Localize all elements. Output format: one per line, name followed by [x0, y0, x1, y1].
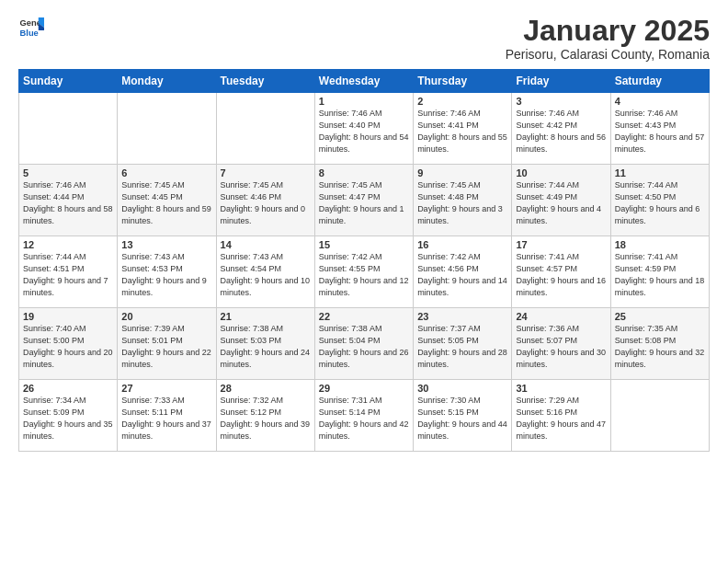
- cell-info: Sunrise: 7:44 AMSunset: 4:51 PMDaylight:…: [23, 252, 108, 297]
- title-block: January 2025 Perisoru, Calarasi County, …: [506, 15, 710, 62]
- cell-info: Sunrise: 7:38 AMSunset: 5:04 PMDaylight:…: [319, 324, 409, 369]
- day-number: 5: [23, 167, 113, 178]
- calendar-cell: 19 Sunrise: 7:40 AMSunset: 5:00 PMDaylig…: [19, 308, 118, 380]
- day-number: 31: [516, 383, 606, 394]
- calendar-cell: 31 Sunrise: 7:29 AMSunset: 5:16 PMDaylig…: [512, 380, 610, 452]
- cell-info: Sunrise: 7:33 AMSunset: 5:11 PMDaylight:…: [121, 396, 211, 441]
- cell-info: Sunrise: 7:46 AMSunset: 4:44 PMDaylight:…: [23, 180, 113, 225]
- col-monday: Monday: [118, 70, 216, 93]
- day-number: 10: [516, 167, 606, 178]
- calendar-cell: 15 Sunrise: 7:42 AMSunset: 4:55 PMDaylig…: [314, 236, 413, 308]
- calendar-cell: [118, 93, 216, 165]
- calendar-week-2: 5 Sunrise: 7:46 AMSunset: 4:44 PMDayligh…: [19, 165, 710, 236]
- day-number: 17: [516, 239, 606, 250]
- calendar-cell: 25 Sunrise: 7:35 AMSunset: 5:08 PMDaylig…: [610, 308, 709, 380]
- calendar-cell: 17 Sunrise: 7:41 AMSunset: 4:57 PMDaylig…: [512, 236, 610, 308]
- day-number: 15: [319, 239, 409, 250]
- cell-info: Sunrise: 7:42 AMSunset: 4:56 PMDaylight:…: [417, 252, 507, 297]
- day-number: 26: [23, 383, 113, 394]
- day-number: 14: [221, 239, 311, 250]
- header: General Blue January 2025 Perisoru, Cala…: [18, 15, 710, 62]
- day-number: 8: [319, 167, 409, 178]
- day-number: 12: [23, 239, 113, 250]
- day-number: 2: [417, 96, 507, 107]
- cell-info: Sunrise: 7:45 AMSunset: 4:45 PMDaylight:…: [121, 180, 211, 225]
- cell-info: Sunrise: 7:41 AMSunset: 4:57 PMDaylight:…: [516, 252, 606, 297]
- calendar-cell: 24 Sunrise: 7:36 AMSunset: 5:07 PMDaylig…: [512, 308, 610, 380]
- cell-info: Sunrise: 7:38 AMSunset: 5:03 PMDaylight:…: [221, 324, 311, 369]
- calendar-cell: 27 Sunrise: 7:33 AMSunset: 5:11 PMDaylig…: [118, 380, 216, 452]
- cell-info: Sunrise: 7:34 AMSunset: 5:09 PMDaylight:…: [23, 396, 113, 441]
- calendar-cell: 12 Sunrise: 7:44 AMSunset: 4:51 PMDaylig…: [19, 236, 118, 308]
- day-number: 25: [615, 311, 705, 322]
- calendar-cell: 3 Sunrise: 7:46 AMSunset: 4:42 PMDayligh…: [512, 93, 610, 165]
- cell-info: Sunrise: 7:30 AMSunset: 5:15 PMDaylight:…: [417, 396, 507, 441]
- day-number: 18: [615, 239, 705, 250]
- col-friday: Friday: [512, 70, 610, 93]
- page-container: General Blue January 2025 Perisoru, Cala…: [0, 0, 728, 461]
- cell-info: Sunrise: 7:39 AMSunset: 5:01 PMDaylight:…: [121, 324, 211, 369]
- day-number: 23: [417, 311, 507, 322]
- calendar-week-4: 19 Sunrise: 7:40 AMSunset: 5:00 PMDaylig…: [19, 308, 710, 380]
- day-number: 29: [319, 383, 409, 394]
- day-number: 9: [417, 167, 507, 178]
- calendar-week-5: 26 Sunrise: 7:34 AMSunset: 5:09 PMDaylig…: [19, 380, 710, 452]
- calendar-cell: 14 Sunrise: 7:43 AMSunset: 4:54 PMDaylig…: [216, 236, 314, 308]
- calendar-cell: 18 Sunrise: 7:41 AMSunset: 4:59 PMDaylig…: [610, 236, 709, 308]
- col-sunday: Sunday: [19, 70, 118, 93]
- calendar-cell: 23 Sunrise: 7:37 AMSunset: 5:05 PMDaylig…: [414, 308, 512, 380]
- calendar-cell: 11 Sunrise: 7:44 AMSunset: 4:50 PMDaylig…: [610, 165, 709, 236]
- calendar-cell: 8 Sunrise: 7:45 AMSunset: 4:47 PMDayligh…: [314, 165, 413, 236]
- calendar-cell: 6 Sunrise: 7:45 AMSunset: 4:45 PMDayligh…: [118, 165, 216, 236]
- calendar-cell: 21 Sunrise: 7:38 AMSunset: 5:03 PMDaylig…: [216, 308, 314, 380]
- day-number: 4: [615, 96, 705, 107]
- cell-info: Sunrise: 7:41 AMSunset: 4:59 PMDaylight:…: [615, 252, 705, 297]
- cell-info: Sunrise: 7:37 AMSunset: 5:05 PMDaylight:…: [417, 324, 507, 369]
- calendar-subtitle: Perisoru, Calarasi County, Romania: [506, 47, 710, 62]
- day-number: 3: [516, 96, 606, 107]
- calendar-cell: 5 Sunrise: 7:46 AMSunset: 4:44 PMDayligh…: [19, 165, 118, 236]
- calendar-cell: [610, 380, 709, 452]
- day-number: 16: [417, 239, 507, 250]
- calendar-cell: 26 Sunrise: 7:34 AMSunset: 5:09 PMDaylig…: [19, 380, 118, 452]
- logo-icon: General Blue: [18, 15, 44, 40]
- calendar-week-3: 12 Sunrise: 7:44 AMSunset: 4:51 PMDaylig…: [19, 236, 710, 308]
- calendar-title: January 2025: [506, 15, 710, 47]
- calendar-cell: 9 Sunrise: 7:45 AMSunset: 4:48 PMDayligh…: [414, 165, 512, 236]
- calendar-cell: 7 Sunrise: 7:45 AMSunset: 4:46 PMDayligh…: [216, 165, 314, 236]
- cell-info: Sunrise: 7:46 AMSunset: 4:43 PMDaylight:…: [615, 109, 705, 154]
- logo: General Blue: [18, 15, 44, 40]
- cell-info: Sunrise: 7:42 AMSunset: 4:55 PMDaylight:…: [319, 252, 409, 297]
- day-number: 28: [221, 383, 311, 394]
- cell-info: Sunrise: 7:43 AMSunset: 4:54 PMDaylight:…: [221, 252, 311, 297]
- day-number: 13: [121, 239, 211, 250]
- cell-info: Sunrise: 7:32 AMSunset: 5:12 PMDaylight:…: [221, 396, 311, 441]
- cell-info: Sunrise: 7:36 AMSunset: 5:07 PMDaylight:…: [516, 324, 606, 369]
- cell-info: Sunrise: 7:35 AMSunset: 5:08 PMDaylight:…: [615, 324, 705, 369]
- calendar-cell: 16 Sunrise: 7:42 AMSunset: 4:56 PMDaylig…: [414, 236, 512, 308]
- cell-info: Sunrise: 7:46 AMSunset: 4:41 PMDaylight:…: [417, 109, 507, 154]
- day-number: 20: [121, 311, 211, 322]
- calendar-cell: 4 Sunrise: 7:46 AMSunset: 4:43 PMDayligh…: [610, 93, 709, 165]
- cell-info: Sunrise: 7:43 AMSunset: 4:53 PMDaylight:…: [121, 252, 207, 297]
- header-row: Sunday Monday Tuesday Wednesday Thursday…: [19, 70, 710, 93]
- calendar-cell: 2 Sunrise: 7:46 AMSunset: 4:41 PMDayligh…: [414, 93, 512, 165]
- calendar-table: Sunday Monday Tuesday Wednesday Thursday…: [18, 69, 710, 452]
- calendar-cell: 10 Sunrise: 7:44 AMSunset: 4:49 PMDaylig…: [512, 165, 610, 236]
- col-saturday: Saturday: [610, 70, 709, 93]
- cell-info: Sunrise: 7:44 AMSunset: 4:49 PMDaylight:…: [516, 180, 601, 225]
- day-number: 19: [23, 311, 113, 322]
- calendar-cell: 13 Sunrise: 7:43 AMSunset: 4:53 PMDaylig…: [118, 236, 216, 308]
- calendar-cell: [216, 93, 314, 165]
- calendar-cell: 29 Sunrise: 7:31 AMSunset: 5:14 PMDaylig…: [314, 380, 413, 452]
- calendar-cell: [19, 93, 118, 165]
- cell-info: Sunrise: 7:44 AMSunset: 4:50 PMDaylight:…: [615, 180, 700, 225]
- day-number: 21: [221, 311, 311, 322]
- day-number: 1: [319, 96, 409, 107]
- cell-info: Sunrise: 7:31 AMSunset: 5:14 PMDaylight:…: [319, 396, 409, 441]
- day-number: 7: [221, 167, 311, 178]
- svg-text:Blue: Blue: [20, 29, 39, 38]
- cell-info: Sunrise: 7:29 AMSunset: 5:16 PMDaylight:…: [516, 396, 606, 441]
- day-number: 11: [615, 167, 705, 178]
- calendar-cell: 1 Sunrise: 7:46 AMSunset: 4:40 PMDayligh…: [314, 93, 413, 165]
